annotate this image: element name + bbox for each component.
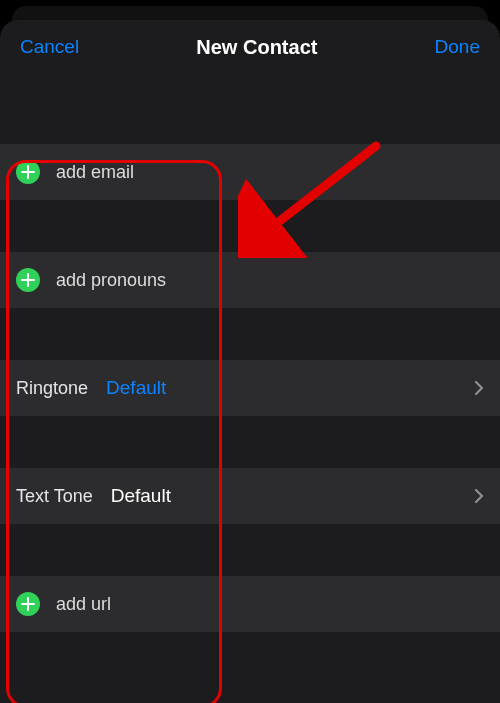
add-url-label: add url (56, 594, 111, 615)
plus-icon (16, 160, 40, 184)
ringtone-label: Ringtone (16, 378, 88, 399)
chevron-right-icon (474, 488, 484, 504)
section-gap (0, 524, 500, 576)
done-button[interactable]: Done (435, 36, 480, 58)
add-email-row[interactable]: add email (0, 144, 500, 200)
section-gap (0, 416, 500, 468)
new-contact-sheet: Cancel New Contact Done add email add pr… (0, 20, 500, 703)
texttone-row[interactable]: Text Tone Default (0, 468, 500, 524)
add-url-row[interactable]: add url (0, 576, 500, 632)
plus-icon (16, 592, 40, 616)
nav-bar: Cancel New Contact Done (0, 20, 500, 74)
add-pronouns-row[interactable]: add pronouns (0, 252, 500, 308)
page-title: New Contact (196, 36, 317, 59)
chevron-right-icon (474, 380, 484, 396)
add-email-label: add email (56, 162, 134, 183)
section-gap (0, 308, 500, 360)
texttone-value: Default (111, 485, 171, 507)
ringtone-row[interactable]: Ringtone Default (0, 360, 500, 416)
texttone-label: Text Tone (16, 486, 93, 507)
add-pronouns-label: add pronouns (56, 270, 166, 291)
cancel-button[interactable]: Cancel (20, 36, 79, 58)
ringtone-value: Default (106, 377, 166, 399)
section-gap (0, 200, 500, 252)
content-area: add email add pronouns Ringtone Default … (0, 74, 500, 632)
plus-icon (16, 268, 40, 292)
